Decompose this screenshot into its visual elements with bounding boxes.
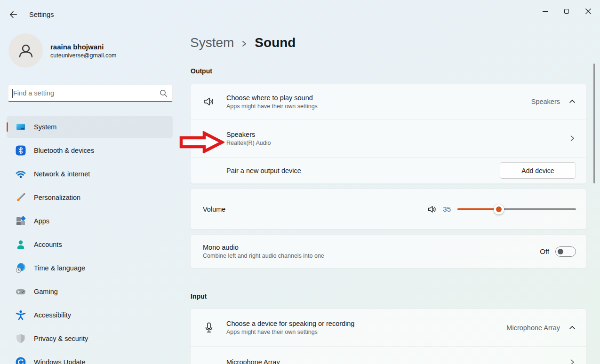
maximize-button[interactable]: [556, 0, 577, 23]
toggle-knob: [558, 249, 563, 254]
volume-row: Volume 35: [191, 189, 586, 229]
sidebar-item-time-language[interactable]: Time & language: [7, 257, 173, 279]
bluetooth-icon: [15, 145, 26, 156]
add-device-button[interactable]: Add device: [500, 162, 576, 179]
vertical-scrollbar[interactable]: [593, 63, 595, 183]
sidebar-item-label: Time & language: [34, 264, 85, 272]
speakers-title: Speakers: [226, 131, 568, 138]
mono-audio-state: Off: [540, 247, 549, 255]
chevron-up-icon[interactable]: [568, 98, 576, 105]
titlebar: Settings: [0, 0, 600, 23]
accounts-icon: [15, 239, 26, 250]
breadcrumb-system-link[interactable]: System: [190, 35, 234, 50]
sidebar-item-label: Bluetooth & devices: [34, 147, 94, 154]
volume-slider[interactable]: [457, 204, 576, 214]
microphone-array-row[interactable]: Microphone Array: [191, 346, 586, 364]
volume-slider-thumb[interactable]: [494, 204, 504, 214]
close-icon: [585, 8, 592, 15]
breadcrumb: System Sound: [190, 35, 296, 50]
input-section-label: Input: [191, 293, 207, 300]
sidebar-item-network-internet[interactable]: Network & internet: [7, 163, 173, 185]
page-title: Sound: [255, 35, 296, 50]
choose-output-subtitle: Apps might have their own settings: [226, 103, 531, 110]
speakers-subtitle: Realtek(R) Audio: [226, 140, 568, 146]
chevron-up-icon[interactable]: [568, 324, 576, 332]
pair-device-row: Pair a new output device Add device: [191, 157, 586, 183]
mono-audio-subtitle: Combine left and right audio channels in…: [203, 253, 540, 259]
speakers-device-row[interactable]: Speakers Realtek(R) Audio: [191, 119, 586, 157]
back-button[interactable]: [6, 8, 20, 22]
chevron-right-icon: [242, 40, 247, 47]
system-icon: [15, 121, 26, 133]
choose-input-title: Choose a device for speaking or recordin…: [226, 320, 506, 327]
chevron-right-icon: [568, 358, 576, 364]
sidebar-item-label: Personalization: [34, 194, 80, 201]
avatar: [8, 33, 43, 68]
mono-audio-card: Mono audio Combine left and right audio …: [190, 234, 587, 269]
choose-input-row[interactable]: Choose a device for speaking or recordin…: [191, 309, 586, 346]
volume-slider-fill: [457, 208, 499, 210]
person-icon: [16, 41, 35, 60]
volume-card: Volume 35: [190, 189, 587, 229]
time-language-icon: [15, 262, 26, 274]
speaker-icon: [203, 95, 215, 108]
sidebar-item-apps[interactable]: Apps: [7, 210, 173, 232]
sidebar-item-label: Gaming: [34, 288, 58, 295]
minimize-icon: [543, 11, 548, 12]
close-button[interactable]: [577, 0, 599, 23]
output-device-value: Speakers: [531, 98, 560, 105]
accessibility-icon: [15, 309, 26, 321]
sidebar-nav: System Bluetooth & devices: [7, 116, 173, 364]
minimize-button[interactable]: [534, 0, 556, 23]
choose-input-subtitle: Apps might have their own settings: [226, 329, 506, 335]
output-section-label: Output: [191, 67, 212, 75]
search-input[interactable]: Find a setting: [8, 85, 173, 102]
sidebar-item-system[interactable]: System: [7, 116, 173, 138]
volume-value: 35: [443, 205, 451, 213]
settings-window: Settings raaina bhojwani cuteuniverse@gm…: [0, 0, 600, 364]
sidebar-item-label: Accessibility: [34, 311, 71, 319]
user-email: cuteuniverse@gmail.com: [50, 52, 117, 59]
pair-device-title: Pair a new output device: [226, 167, 500, 174]
shield-icon: [15, 333, 26, 344]
choose-output-row[interactable]: Choose where to play sound Apps might ha…: [191, 84, 586, 119]
sidebar-item-accessibility[interactable]: Accessibility: [7, 304, 173, 326]
maximize-icon: [564, 9, 569, 14]
sidebar-item-privacy-security[interactable]: Privacy & security: [7, 328, 173, 349]
sidebar-item-windows-update[interactable]: Windows Update: [7, 351, 173, 364]
user-name: raaina bhojwani: [50, 43, 117, 51]
network-icon: [15, 168, 26, 180]
sidebar-item-label: System: [34, 123, 56, 131]
mono-audio-title: Mono audio: [203, 244, 540, 251]
sidebar-item-gaming[interactable]: Gaming: [7, 281, 173, 302]
output-card-group: Choose where to play sound Apps might ha…: [190, 84, 587, 184]
sidebar: raaina bhojwani cuteuniverse@gmail.com F…: [0, 23, 176, 364]
user-profile[interactable]: raaina bhojwani cuteuniverse@gmail.com: [8, 33, 117, 68]
sidebar-item-accounts[interactable]: Accounts: [7, 234, 173, 255]
sidebar-item-bluetooth-devices[interactable]: Bluetooth & devices: [7, 140, 173, 161]
sidebar-item-label: Network & internet: [34, 170, 90, 178]
volume-speaker-icon[interactable]: [427, 204, 437, 214]
choose-output-title: Choose where to play sound: [226, 94, 531, 102]
input-device-value: Microphone Array: [506, 324, 560, 332]
search-placeholder: Find a setting: [13, 89, 160, 97]
chevron-right-icon: [568, 135, 576, 142]
mono-audio-toggle[interactable]: [555, 246, 576, 257]
red-arrow-annotation: [179, 131, 224, 153]
sidebar-item-personalization[interactable]: Personalization: [7, 187, 173, 208]
mono-audio-row: Mono audio Combine left and right audio …: [191, 235, 586, 268]
input-card-group: Choose a device for speaking or recordin…: [190, 309, 587, 364]
back-arrow-icon: [8, 9, 18, 20]
sidebar-item-label: Windows Update: [34, 358, 86, 364]
sidebar-item-label: Accounts: [34, 241, 62, 248]
sidebar-item-label: Privacy & security: [34, 335, 88, 342]
apps-icon: [15, 215, 26, 227]
search-icon: [160, 89, 168, 97]
text-cursor: [12, 89, 13, 98]
personalization-icon: [15, 192, 26, 203]
windows-update-icon: [15, 356, 26, 364]
microphone-array-title: Microphone Array: [226, 358, 568, 364]
microphone-icon: [203, 322, 215, 334]
sidebar-item-label: Apps: [34, 217, 49, 225]
volume-label: Volume: [203, 206, 427, 213]
